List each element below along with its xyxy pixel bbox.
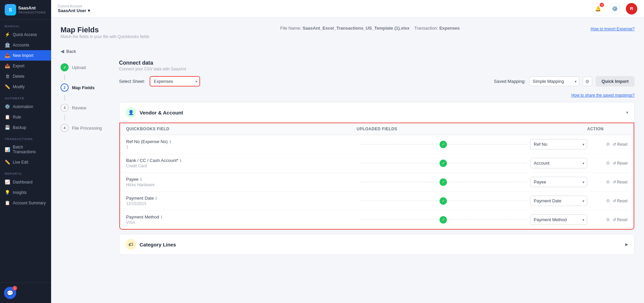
action-gear-icon-payee[interactable]: ⚙ xyxy=(606,179,610,184)
rule-icon: 📋 xyxy=(5,114,10,120)
sidebar-item-backup[interactable]: 💾 Backup xyxy=(0,122,51,133)
dashboard-icon: 📈 xyxy=(5,179,10,184)
info-icon-payee[interactable]: ℹ xyxy=(140,177,142,182)
sidebar-item-live-edit[interactable]: ✏️ Live Edit xyxy=(0,157,51,167)
table-row: Payment Date ℹ 12/15/2015 ✓ xyxy=(120,192,634,210)
settings-button[interactable]: ⚙️ xyxy=(609,3,620,14)
action-gear-icon-payment-date[interactable]: ⚙ xyxy=(606,198,610,203)
qb-field-payee: Payee ℹ Hicks Hardware xyxy=(126,177,357,187)
sidebar-item-batch-transactions[interactable]: 📊 Batch Transactions xyxy=(0,142,51,157)
transaction-value: Expenses xyxy=(439,26,460,31)
sidebar-item-rule[interactable]: 📋 Rule xyxy=(0,112,51,122)
qb-field-label-account: Bank / CC / Cash Account* xyxy=(126,158,178,163)
sidebar-item-modify[interactable]: ✏️ Modify xyxy=(0,81,51,92)
vendor-account-header[interactable]: 👤 Vendor & Account ▾ xyxy=(119,102,634,123)
manual-section-label: MANUAL xyxy=(0,20,51,29)
sidebar-item-delete[interactable]: 🗑 Delete xyxy=(0,71,51,81)
col-header-uploaded: Uploaded Fields xyxy=(357,127,588,131)
connector-payment-date: ✓ Payment Date None xyxy=(357,196,588,206)
field-select-wrapper-payment-date: Payment Date None xyxy=(530,196,587,206)
field-select-payee[interactable]: Payee None xyxy=(530,177,587,187)
sidebar-item-new-import[interactable]: 📥 New Import xyxy=(0,50,51,61)
sidebar-item-accounts[interactable]: 🏦 Accounts xyxy=(0,40,51,50)
avatar[interactable]: R xyxy=(626,3,637,14)
field-select-ref-no[interactable]: Ref No None xyxy=(530,139,587,149)
file-info: File Name: SaasAnt_Excel_Transactions_US… xyxy=(280,26,460,31)
reset-button-account[interactable]: ↺ Reset xyxy=(613,161,628,166)
action-gear-icon-payment-method[interactable]: ⚙ xyxy=(606,217,610,222)
info-icon-ref-no[interactable]: ℹ xyxy=(169,139,171,144)
sidebar-item-export[interactable]: 📤 Export xyxy=(0,61,51,71)
qb-field-value-payee: Hicks Hardware xyxy=(126,182,357,187)
settings-gear-icon: ⚙ xyxy=(585,79,590,84)
quick-access-icon: ⚡ xyxy=(5,32,10,37)
reset-button-ref-no[interactable]: ↺ Reset xyxy=(613,142,628,147)
reset-label: Reset xyxy=(617,180,628,184)
step-circle-upload: ✓ xyxy=(61,63,69,71)
step-label-processing: File Processing xyxy=(72,126,102,131)
sheet-select[interactable]: Expenses Sheet2 xyxy=(150,76,200,87)
check-icon: ✓ xyxy=(440,197,447,205)
category-lines-chevron-icon: ▶ xyxy=(625,242,628,247)
help-link[interactable]: How to import Expense? xyxy=(591,27,635,31)
action-cell-account: ⚙ ↺ Reset xyxy=(587,161,628,166)
field-select-payment-method[interactable]: Payment Method None xyxy=(530,214,587,225)
delete-icon: 🗑 xyxy=(5,74,10,79)
sidebar-item-account-summary[interactable]: 📋 Account Summary xyxy=(0,198,51,208)
sidebar-item-insights[interactable]: 💡 Insights xyxy=(0,187,51,198)
reset-label: Reset xyxy=(617,161,628,166)
page-title: Map Fields xyxy=(61,26,149,34)
qb-field-label-ref-no: Ref No (Expense No) xyxy=(126,139,168,144)
quick-import-button[interactable]: Quick Import xyxy=(596,76,635,87)
logo: S SaasAnt TRANSACTIONS xyxy=(0,0,51,20)
back-link[interactable]: Back xyxy=(66,49,76,54)
mapping-area: Connect data Connect your CSV data with … xyxy=(119,60,635,259)
field-select-account[interactable]: Account None xyxy=(530,158,587,168)
logo-name: SaasAnt xyxy=(18,5,46,11)
account-label: Current Account xyxy=(58,4,90,8)
action-gear-icon-account[interactable]: ⚙ xyxy=(606,161,610,166)
reset-button-payment-method[interactable]: ↺ Reset xyxy=(613,217,628,222)
step-circle-map: 2 xyxy=(61,83,69,92)
sidebar-item-quick-access[interactable]: ⚡ Quick Access xyxy=(0,29,51,40)
action-cell-payee: ⚙ ↺ Reset xyxy=(587,179,628,184)
step-review: 3 Review xyxy=(61,100,111,115)
info-icon-account[interactable]: ℹ xyxy=(180,158,182,163)
mapping-settings-button[interactable]: ⚙ xyxy=(583,77,592,86)
reset-button-payment-date[interactable]: ↺ Reset xyxy=(613,199,628,203)
connect-data-title: Connect data xyxy=(119,60,635,66)
sidebar-item-label: Batch Transactions xyxy=(13,145,46,154)
saved-mapping-select[interactable]: Simple Mapping Custom Mapping xyxy=(529,76,579,86)
account-name-dropdown[interactable]: SaasAnt User ▾ xyxy=(58,8,90,13)
table-row: Payee ℹ Hicks Hardware ✓ xyxy=(120,173,634,192)
category-lines-section: 🏷 Category Lines ▶ xyxy=(119,234,635,255)
topbar: Current Account SaasAnt User ▾ 🔔 4 ⚙️ R xyxy=(51,0,644,18)
logo-icon: S xyxy=(5,4,16,15)
connect-data-subtitle: Connect your CSV data with SaasAnt xyxy=(119,67,635,71)
notification-bell-button[interactable]: 🔔 4 xyxy=(592,3,604,14)
sidebar-item-dashboard[interactable]: 📈 Dashboard xyxy=(0,177,51,187)
step-circle-review: 3 xyxy=(61,104,69,112)
field-select-payment-date[interactable]: Payment Date None xyxy=(530,196,587,206)
content-area: Map Fields Match the fields in your file… xyxy=(51,18,644,303)
qb-field-label-payment-method: Payment Method xyxy=(126,214,159,220)
new-import-icon: 📥 xyxy=(5,53,10,58)
file-name-value: SaasAnt_Excel_Transactions_US_Template (… xyxy=(303,26,410,31)
chat-button[interactable]: 💬 1 xyxy=(4,287,16,299)
dot-line xyxy=(449,220,527,220)
vendor-account-title: Vendor & Account xyxy=(140,110,183,115)
category-lines-header-left: 🏷 Category Lines xyxy=(125,239,176,250)
main-area: Current Account SaasAnt User ▾ 🔔 4 ⚙️ R … xyxy=(51,0,644,303)
qb-field-value-ref-no: 1 xyxy=(126,145,357,149)
share-saved-mappings-link[interactable]: How to share the saved mappings? xyxy=(571,93,635,98)
category-lines-header[interactable]: 🏷 Category Lines ▶ xyxy=(119,234,634,255)
sidebar-item-automation[interactable]: ⚙️ Automation xyxy=(0,101,51,112)
account-summary-icon: 📋 xyxy=(5,200,10,205)
info-icon-payment-method[interactable]: ℹ xyxy=(161,215,162,220)
reset-button-payee[interactable]: ↺ Reset xyxy=(613,180,628,184)
saved-mapping-select-wrapper: Simple Mapping Custom Mapping xyxy=(529,76,579,86)
sidebar-item-label: Accounts xyxy=(13,43,29,47)
info-icon-payment-date[interactable]: ℹ xyxy=(155,196,157,201)
vendor-account-section: 👤 Vendor & Account ▾ Quickbooks Field Up… xyxy=(119,102,635,230)
action-gear-icon-ref-no[interactable]: ⚙ xyxy=(606,142,610,147)
